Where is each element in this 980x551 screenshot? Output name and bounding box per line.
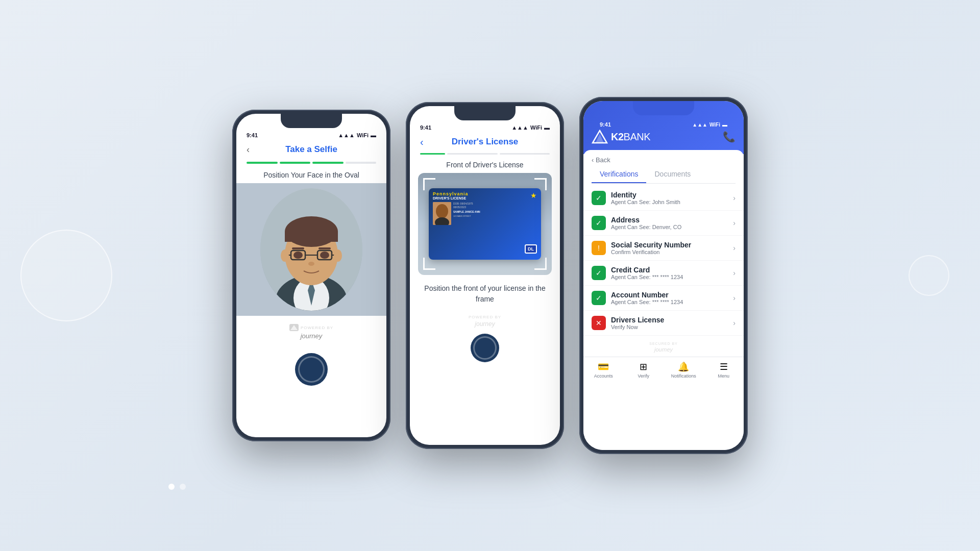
identity-content: Identity Agent Can See: John Smith [611, 191, 733, 205]
progress-seg-4 [346, 162, 377, 164]
selfie-subtitle: Position Your Face in the Oval [236, 167, 386, 183]
account-content: Account Number Agent Can See: *** **** 1… [611, 291, 733, 305]
notch-2 [454, 106, 516, 120]
phones-container: 9:41 ▲▲▲ WiFi ▬ ‹ Take a Selfie [222, 87, 758, 464]
k2-journey-brand: journey [654, 346, 673, 353]
ssn-title: Social Security Number [611, 241, 733, 249]
address-content: Address Agent Can See: Denver, CO [611, 216, 733, 230]
k2-phone-button[interactable]: 📞 [723, 131, 736, 143]
k2-status-bar: 9:41 ▲▲▲ WiFi ▬ [592, 117, 736, 130]
svg-point-18 [281, 249, 289, 262]
dl-content: Drivers License Verify Now [611, 316, 733, 330]
svg-point-13 [293, 252, 303, 259]
credit-card-content: Credit Card Agent Can See: *** **** 1234 [611, 266, 733, 280]
credit-card-title: Credit Card [611, 266, 733, 274]
dl-title: Driver's License [452, 137, 519, 147]
license-dl-badge: DL [525, 244, 537, 254]
progress-seg-2 [280, 162, 311, 164]
selfie-wifi-icon: WiFi [357, 132, 369, 138]
license-state: Pennsylvania [433, 191, 469, 196]
selfie-battery-icon: ▬ [371, 132, 376, 138]
verification-item-dl[interactable]: ✕ Drivers License Verify Now › [583, 311, 744, 336]
credit-card-chevron: › [733, 269, 736, 277]
dl-prog-3 [500, 153, 550, 155]
selfie-signal-icon: ▲▲▲ [338, 132, 355, 138]
k2-battery-icon: ▬ [722, 122, 727, 128]
verification-item-identity[interactable]: ✓ Identity Agent Can See: John Smith › [583, 186, 744, 211]
dl-header: ‹ Driver's License [410, 133, 560, 151]
dl-capture-button[interactable] [471, 334, 499, 362]
identity-subtitle: Agent Can See: John Smith [611, 199, 733, 205]
nav-accounts[interactable]: 💳 Accounts [583, 361, 624, 379]
ssn-content: Social Security Number Confirm Verificat… [611, 241, 733, 255]
dot-1[interactable] [168, 484, 175, 490]
selfie-title: Take a Selfie [285, 144, 337, 155]
license-name: SAMPLE JANICE ANN [453, 210, 537, 214]
nav-menu[interactable]: ☰ Menu [704, 361, 744, 379]
phone-selfie-screen: 9:41 ▲▲▲ WiFi ▬ ‹ Take a Selfie [236, 114, 386, 437]
dl-powered-label: POWERED BY [469, 315, 501, 319]
phone-k2-screen: 9:41 ▲▲▲ WiFi ▬ [583, 101, 744, 450]
account-chevron: › [733, 294, 736, 302]
verify-icon: ⊞ [640, 361, 647, 372]
ssn-warning: ! [598, 244, 600, 252]
k2-tabs: Verifications Documents [592, 166, 736, 184]
notifications-label: Notifications [671, 373, 696, 379]
selfie-capture-button[interactable] [295, 353, 328, 386]
k2-logo-text: K2BANK [611, 131, 650, 143]
dl-back-button[interactable]: ‹ [420, 136, 424, 148]
nav-notifications[interactable]: 🔔 Notifications [664, 361, 704, 379]
verification-item-credit-card[interactable]: ✓ Credit Card Agent Can See: *** **** 12… [583, 261, 744, 286]
license-photo [433, 202, 451, 225]
identity-status-icon: ✓ [592, 191, 606, 205]
k2-journey-logo: SECURED BY journey [649, 342, 678, 353]
selfie-back-button[interactable]: ‹ [247, 144, 250, 155]
verification-item-address[interactable]: ✓ Address Agent Can See: Denver, CO › [583, 211, 744, 236]
account-title: Account Number [611, 291, 733, 299]
accounts-label: Accounts [594, 373, 613, 379]
dl-license-card: Pennsylvania DRIVER'S LICENSE ★ [429, 188, 541, 260]
k2-secured-label: SECURED BY [649, 342, 678, 345]
identity-title: Identity [611, 191, 733, 199]
notch-3 [633, 101, 694, 115]
ssn-chevron: › [733, 244, 736, 252]
dl-verify-title: Drivers License [611, 316, 733, 324]
license-exp: 08/05/2023 [453, 206, 537, 209]
license-dob: DOB: 08/04/1975 [453, 202, 537, 206]
svg-point-19 [334, 249, 342, 262]
license-person-svg [433, 202, 451, 225]
selfie-status-bar: 9:41 ▲▲▲ WiFi ▬ [236, 128, 386, 140]
svg-point-23 [436, 204, 448, 218]
dl-wifi-icon: WiFi [530, 124, 542, 131]
dl-screen-inner: 9:41 ▲▲▲ WiFi ▬ ‹ Driver's License [410, 106, 560, 445]
tab-documents[interactable]: Documents [646, 166, 699, 183]
k2-wifi-icon: WiFi [709, 122, 720, 128]
verification-item-ssn[interactable]: ! Social Security Number Confirm Verific… [583, 236, 744, 261]
license-details: DOB: 08/04/1975 08/05/2023 SAMPLE JANICE… [453, 202, 537, 225]
k2-back-label: ‹ Back [592, 156, 610, 164]
tab-verifications[interactable]: Verifications [592, 166, 646, 183]
dl-prog-2 [447, 153, 497, 155]
credit-card-subtitle: Agent Can See: *** **** 1234 [611, 274, 733, 280]
selfie-progress-bar [236, 159, 386, 167]
k2-mountain-icon [592, 130, 608, 144]
address-subtitle: Agent Can See: Denver, CO [611, 224, 733, 230]
journey-brand-label: journey [301, 332, 323, 340]
menu-icon: ☰ [720, 361, 728, 372]
verification-list: ✓ Identity Agent Can See: John Smith › [583, 184, 744, 338]
selfie-face-photo [260, 188, 362, 311]
dl-status-icon: ✕ [592, 316, 606, 330]
dl-time: 9:41 [420, 124, 431, 131]
nav-verify[interactable]: ⊞ Verify [624, 361, 664, 379]
identity-chevron: › [733, 194, 736, 202]
k2-status-icons: ▲▲▲ WiFi ▬ [692, 122, 727, 128]
notch-1 [281, 114, 342, 128]
k2-back-row[interactable]: ‹ Back [583, 150, 744, 166]
dl-signal-icon: ▲▲▲ [511, 124, 528, 131]
verification-item-account[interactable]: ✓ Account Number Agent Can See: *** ****… [583, 286, 744, 311]
notifications-icon: 🔔 [678, 361, 689, 372]
dl-journey-brand: journey [475, 320, 495, 328]
svg-point-17 [308, 262, 314, 266]
dot-2[interactable] [180, 484, 186, 490]
accounts-icon: 💳 [598, 361, 609, 372]
